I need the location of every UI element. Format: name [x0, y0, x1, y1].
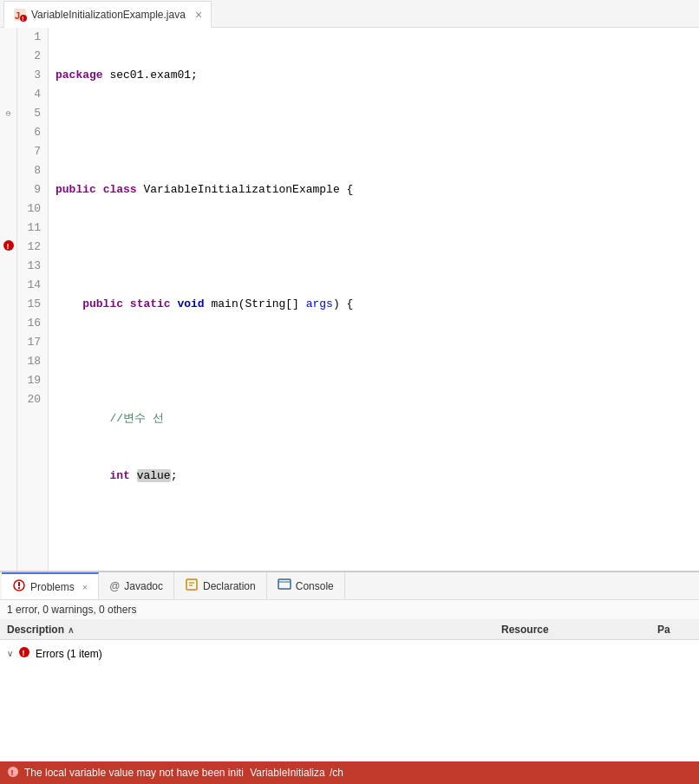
declaration-icon — [185, 578, 199, 594]
tab-javadoc[interactable]: @ Javadoc — [99, 572, 174, 599]
code-line-9 — [56, 524, 692, 543]
code-line-8: int value; — [56, 467, 692, 486]
tab-label: VariableInitializationExample.java — [31, 9, 186, 21]
gutter-line-12: ! — [0, 238, 16, 257]
col-resource: Resource — [501, 624, 657, 636]
tab-declaration-label: Declaration — [203, 580, 256, 592]
status-bar: ! The local variable value may not have … — [0, 761, 699, 784]
gutter-line-11 — [0, 219, 16, 238]
code-line-7: //변수 선 — [56, 409, 692, 428]
panel-status-text: 1 error, 0 warnings, 0 others — [7, 604, 136, 616]
svg-rect-12 — [278, 579, 291, 589]
ln-11: 11 — [24, 219, 41, 238]
gutter-line-9 — [0, 180, 16, 199]
path-label: Pa — [657, 624, 670, 636]
code-line-2 — [56, 123, 692, 142]
svg-rect-7 — [18, 582, 20, 586]
gutter-line-6 — [0, 123, 16, 142]
code-line-1: package sec01.exam01; — [56, 66, 692, 85]
tab-problems-label: Problems — [30, 581, 75, 593]
ln-19: 19 — [24, 371, 41, 390]
svg-text:!: ! — [6, 242, 9, 251]
ln-16: 16 — [24, 314, 41, 333]
ln-15: 15 — [24, 295, 41, 314]
gutter-line-16 — [0, 314, 16, 333]
code-content[interactable]: package sec01.exam01; public class Varia… — [49, 28, 699, 571]
gutter-line-19 — [0, 371, 16, 390]
ln-6: 6 — [24, 123, 41, 142]
svg-text:!: ! — [23, 649, 25, 657]
code-line-4 — [56, 238, 692, 257]
ln-18: 18 — [24, 352, 41, 371]
console-icon — [278, 578, 291, 594]
tab-declaration[interactable]: Declaration — [174, 572, 267, 599]
code-line-5: public static void main(String[] args) { — [56, 295, 692, 314]
ln-17: 17 — [24, 333, 41, 352]
error-group-header[interactable]: ∨ ! Errors (1 item) — [7, 644, 692, 663]
panel-error-group: ∨ ! Errors (1 item) — [0, 640, 699, 667]
code-line-6 — [56, 352, 692, 371]
col-path: Pa — [657, 624, 692, 636]
problems-icon — [12, 578, 26, 595]
description-label: Description — [7, 624, 64, 636]
tab-javadoc-label: Javadoc — [124, 580, 163, 592]
panel-tabs: Problems × @ Javadoc Declaration — [0, 572, 699, 600]
col-description: Description ∧ — [7, 624, 501, 636]
svg-text:!: ! — [11, 768, 14, 777]
gutter-line-18 — [0, 352, 16, 371]
tab-bar: J ! VariableInitializationExample.java × — [0, 0, 699, 28]
gutter: ⊖ ! — [0, 28, 17, 571]
gutter-line-13 — [0, 257, 16, 276]
panel-table-header: Description ∧ Resource Pa — [0, 620, 699, 640]
gutter-line-4 — [0, 85, 16, 104]
error-group-label: Errors (1 item) — [36, 648, 102, 660]
fold-icon-5[interactable]: ⊖ — [5, 108, 10, 119]
ln-8: 8 — [24, 161, 41, 180]
gutter-line-17 — [0, 333, 16, 352]
gutter-line-10 — [0, 199, 16, 219]
java-error-icon: J ! — [13, 8, 27, 22]
code-line-3: public class VariableInitializationExamp… — [56, 180, 692, 199]
gutter-line-1 — [0, 28, 16, 47]
ln-20: 20 — [24, 390, 41, 409]
status-message: The local variable value may not have be… — [24, 767, 343, 779]
ln-9: 9 — [24, 180, 41, 199]
tab-problems[interactable]: Problems × — [2, 572, 99, 599]
tab-problems-close[interactable]: × — [82, 582, 88, 592]
gutter-line-5: ⊖ — [0, 104, 16, 123]
tab-console[interactable]: Console — [267, 572, 345, 599]
ln-14: 14 — [24, 276, 41, 295]
gutter-line-8 — [0, 161, 16, 180]
editor-area: ⊖ ! — [0, 28, 699, 571]
svg-rect-8 — [18, 587, 20, 589]
panel-status: 1 error, 0 warnings, 0 others — [0, 600, 699, 620]
ln-12: 12 — [24, 238, 41, 257]
editor-tab[interactable]: J ! VariableInitializationExample.java × — [3, 1, 212, 28]
ln-10: 10 — [24, 199, 41, 219]
gutter-line-3 — [0, 66, 16, 85]
ln-1: 1 — [24, 28, 41, 47]
tab-close[interactable]: × — [195, 8, 202, 22]
javadoc-icon: @ — [109, 580, 120, 592]
gutter-line-14 — [0, 276, 16, 295]
ln-13: 13 — [24, 257, 41, 276]
bottom-panel: Problems × @ Javadoc Declaration — [0, 571, 699, 761]
gutter-line-7 — [0, 142, 16, 161]
ln-4: 4 — [24, 85, 41, 104]
resource-label: Resource — [501, 624, 549, 636]
ln-3: 3 — [24, 66, 41, 85]
ln-2: 2 — [24, 47, 41, 66]
ln-5: 5 — [24, 104, 41, 123]
code-view[interactable]: ⊖ ! — [0, 28, 699, 571]
error-group-icon: ! — [18, 646, 30, 661]
gutter-line-20 — [0, 390, 16, 409]
status-error-icon: ! — [7, 766, 19, 781]
group-chevron[interactable]: ∨ — [7, 649, 13, 658]
error-marker-12: ! — [3, 239, 15, 256]
svg-text:J: J — [15, 10, 20, 21]
gutter-line-15 — [0, 295, 16, 314]
tab-console-label: Console — [296, 580, 334, 592]
ln-7: 7 — [24, 142, 41, 161]
sort-icon[interactable]: ∧ — [68, 625, 74, 635]
gutter-line-2 — [0, 47, 16, 66]
